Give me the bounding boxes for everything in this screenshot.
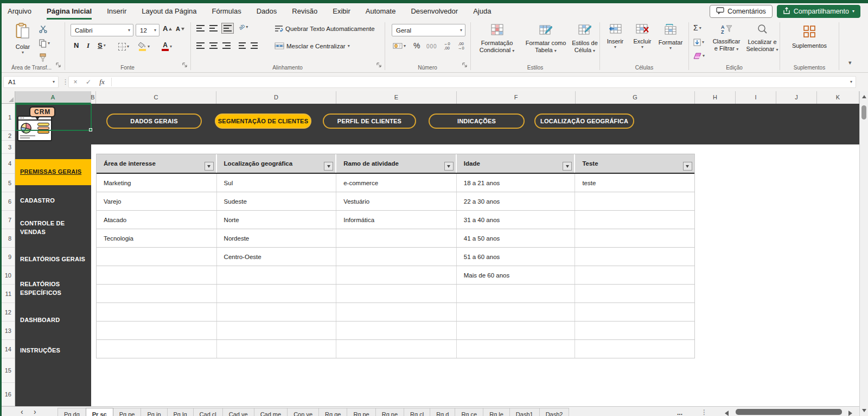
- row-header-7[interactable]: 7: [0, 211, 15, 229]
- wrap-text-button[interactable]: Quebrar Texto Automaticamente: [275, 25, 375, 32]
- sort-filter-button[interactable]: AZ Classificar e Filtrar ▾: [709, 24, 744, 52]
- cell[interactable]: [217, 340, 337, 358]
- cell[interactable]: 18 a 21 anos: [457, 174, 576, 192]
- format-cells-button[interactable]: Formatar ▾: [655, 24, 686, 51]
- row-header-11[interactable]: 11: [0, 285, 15, 303]
- clear-button[interactable]: ▾: [693, 53, 705, 59]
- increase-decimal-button[interactable]: ←0,00: [444, 42, 450, 51]
- cell[interactable]: Sul: [217, 174, 337, 192]
- sheet-tab[interactable]: Rg le: [483, 408, 510, 416]
- cell[interactable]: [575, 229, 694, 247]
- sidebar-item-controle-de-vendas[interactable]: CONTROLE DE VENDAS: [15, 219, 90, 236]
- sheet-tab[interactable]: Pg pe: [113, 408, 142, 416]
- cell[interactable]: [575, 266, 694, 284]
- align-bottom-button[interactable]: [221, 23, 234, 34]
- autosum-button[interactable]: Σ▾: [693, 24, 701, 31]
- hscroll-left-icon[interactable]: [725, 411, 729, 416]
- cell[interactable]: [97, 285, 217, 302]
- cut-button[interactable]: [39, 25, 47, 33]
- row-header-10[interactable]: 10: [0, 266, 15, 285]
- align-middle-button[interactable]: [209, 25, 218, 31]
- cell[interactable]: e-commerce: [336, 174, 457, 192]
- cell[interactable]: [97, 266, 217, 284]
- cell[interactable]: [336, 266, 457, 284]
- sheet-tab[interactable]: Rg ce: [455, 408, 483, 416]
- row-header-16[interactable]: 16: [0, 383, 15, 406]
- fill-color-button[interactable]: ▾: [138, 42, 150, 51]
- cell[interactable]: [575, 248, 694, 266]
- sheet-tab[interactable]: Dash1: [509, 408, 540, 416]
- cell[interactable]: 41 a 50 anos: [457, 229, 576, 247]
- chevron-down-icon[interactable]: ▾: [850, 80, 852, 84]
- select-all-button[interactable]: [0, 91, 15, 104]
- cell[interactable]: 31 a 40 anos: [457, 211, 576, 229]
- align-left-button[interactable]: [196, 42, 205, 49]
- tab-dados[interactable]: Dados: [257, 3, 277, 20]
- cell[interactable]: Varejo: [97, 192, 217, 210]
- cell[interactable]: [336, 248, 457, 266]
- row-header-4[interactable]: 4: [0, 154, 15, 174]
- find-select-button[interactable]: Localizar e Selecionar ▾: [744, 24, 780, 53]
- cell[interactable]: Mais de 60 anos: [457, 266, 576, 284]
- align-top-button[interactable]: [196, 25, 205, 31]
- format-as-table-button[interactable]: Formatar como Tabela ▾: [522, 24, 570, 54]
- sheet-tab[interactable]: Rg ne: [375, 408, 404, 416]
- increase-indent-button[interactable]: [251, 42, 258, 49]
- column-header-G[interactable]: G: [576, 91, 695, 104]
- column-header-F[interactable]: F: [457, 91, 576, 104]
- row-header-8[interactable]: 8: [0, 229, 15, 248]
- filter-button[interactable]: [205, 162, 214, 171]
- cell[interactable]: [336, 229, 457, 247]
- column-header-J[interactable]: J: [776, 91, 817, 104]
- cell[interactable]: [97, 248, 217, 266]
- cell[interactable]: [336, 285, 457, 302]
- cell[interactable]: [97, 322, 217, 339]
- sidebar-item-dashboard[interactable]: DASHBOARD: [15, 316, 90, 324]
- sheet-tab[interactable]: Rg d: [430, 408, 455, 416]
- sheet-prev-button[interactable]: ‹: [21, 408, 23, 415]
- number-dialog-launcher[interactable]: [462, 60, 467, 70]
- vertical-scrollbar[interactable]: [859, 91, 868, 416]
- nav-pill-perfil-de-clientes[interactable]: PERFIL DE CLIENTES: [323, 114, 416, 129]
- insert-cells-button[interactable]: Inserir ▾: [601, 24, 629, 49]
- hscroll-right-icon[interactable]: [848, 411, 852, 416]
- sheet-tab[interactable]: Dash2: [539, 408, 570, 416]
- cell[interactable]: [575, 322, 694, 339]
- cell[interactable]: Marketing: [97, 174, 217, 192]
- nav-pill-indicacoes[interactable]: INDICAÇÕES: [429, 114, 525, 129]
- format-painter-button[interactable]: [39, 53, 47, 62]
- decrease-decimal-button[interactable]: ,00→0: [458, 42, 464, 51]
- filter-button[interactable]: [444, 162, 454, 171]
- alignment-dialog-launcher[interactable]: [376, 60, 381, 70]
- row-header-1[interactable]: 1: [0, 104, 15, 131]
- cancel-button[interactable]: ×: [69, 78, 82, 86]
- tab-inserir[interactable]: Inserir: [107, 3, 126, 20]
- tab-ajuda[interactable]: Ajuda: [473, 3, 491, 20]
- sheet-tab[interactable]: Con ve: [287, 408, 319, 416]
- sheet-tab[interactable]: Rg pe: [347, 408, 375, 416]
- more-sheets-button[interactable]: ...: [677, 409, 682, 416]
- tab-pagina-inicial[interactable]: Página Inicial: [47, 3, 92, 20]
- column-header-D[interactable]: D: [216, 91, 336, 104]
- filter-button[interactable]: [683, 162, 692, 171]
- column-header-K[interactable]: K: [817, 91, 859, 104]
- font-name-combo[interactable]: Calibri▾: [71, 24, 133, 36]
- sidebar-item-relatorios-especificos[interactable]: RELATÓRIOS ESPECÍFICOS: [15, 280, 90, 297]
- cell[interactable]: [575, 340, 694, 358]
- cell[interactable]: [457, 285, 576, 302]
- hscroll-thumb[interactable]: [736, 409, 842, 415]
- cell[interactable]: [217, 303, 337, 321]
- filter-button[interactable]: [563, 162, 572, 171]
- cell[interactable]: 51 a 60 anos: [457, 248, 576, 266]
- paste-button[interactable]: Colar ▾: [10, 23, 36, 55]
- accounting-format-button[interactable]: ▾: [393, 42, 406, 49]
- grow-font-button[interactable]: A: [163, 26, 172, 32]
- cell[interactable]: [336, 340, 457, 358]
- italic-button[interactable]: I: [87, 42, 90, 49]
- comments-button[interactable]: Comentários: [710, 5, 773, 18]
- active-cell-selection[interactable]: [15, 104, 92, 131]
- cell[interactable]: [336, 322, 457, 339]
- sheet-tab[interactable]: Cad cl: [193, 408, 223, 416]
- share-button[interactable]: Compartilhamento ▾: [777, 5, 860, 18]
- underline-button[interactable]: S▾: [98, 42, 106, 49]
